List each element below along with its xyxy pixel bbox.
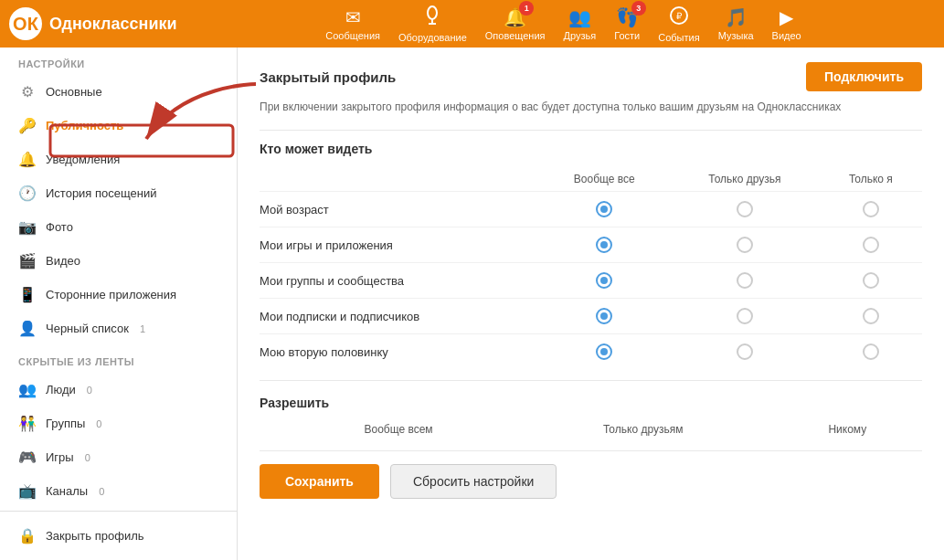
nav-item-video[interactable]: ▶ Видео	[772, 6, 801, 41]
sidebar-groups-label: Группы	[46, 417, 85, 430]
col-header-friends: Только друзья	[670, 167, 820, 192]
radio-circle[interactable]	[596, 343, 612, 360]
sidebar-item-notifications[interactable]: 🔔 Уведомления	[0, 143, 237, 176]
guests-icon: 👣 3	[616, 6, 639, 28]
main-layout: НАСТРОЙКИ ⚙ Основные 🔑 Публичность 🔔 Уве…	[0, 48, 944, 560]
reset-button[interactable]: Сбросить настройки	[390, 464, 557, 499]
radio-cell[interactable]	[539, 334, 670, 370]
radio-circle[interactable]	[596, 201, 612, 217]
col-header-only-me: Только я	[820, 167, 922, 192]
row-label-3: Мои подписки и подписчиков	[260, 299, 539, 334]
table-row: Мою вторую половинку	[260, 334, 922, 370]
sidebar-item-photos[interactable]: 📷 Фото	[0, 210, 237, 244]
video-icon: ▶	[780, 6, 793, 28]
sidebar-item-history[interactable]: 🕐 История посещений	[0, 176, 237, 210]
radio-cell[interactable]	[539, 227, 670, 263]
logo-icon: ОК	[9, 7, 42, 40]
clock-icon: 🕐	[18, 185, 37, 202]
radio-circle[interactable]	[863, 237, 879, 253]
sidebar-item-apps[interactable]: 📱 Сторонние приложения	[0, 278, 237, 312]
sidebar-item-publicity[interactable]: 🔑 Публичность	[0, 109, 237, 143]
apps-icon: 📱	[18, 286, 37, 303]
row-label-1: Мои игры и приложения	[260, 227, 539, 263]
allow-col-everyone: Вообще всем	[283, 417, 513, 441]
radio-cell[interactable]	[820, 227, 922, 263]
radio-circle[interactable]	[737, 201, 753, 217]
sidebar-channels-label: Каналы	[46, 484, 88, 498]
sidebar: НАСТРОЙКИ ⚙ Основные 🔑 Публичность 🔔 Уве…	[0, 48, 238, 560]
lock-icon: 🔒	[18, 527, 37, 544]
sidebar-item-close-profile[interactable]: 🔒 Закрыть профиль	[0, 519, 237, 553]
radio-cell[interactable]	[820, 299, 922, 334]
radio-circle[interactable]	[596, 237, 612, 253]
guests-badge: 3	[631, 1, 646, 16]
nav-item-guests[interactable]: 👣 3 Гости	[614, 6, 640, 41]
friends-icon: 👥	[568, 6, 591, 28]
nav-item-messages[interactable]: ✉ Сообщения	[325, 6, 380, 41]
radio-circle[interactable]	[863, 272, 879, 289]
logo-area: ОК Одноклассники	[9, 7, 192, 40]
music-icon: 🎵	[725, 6, 748, 28]
row-label-4: Мою вторую половинку	[260, 334, 539, 370]
nav-messages-label: Сообщения	[325, 30, 380, 41]
radio-cell[interactable]	[820, 192, 922, 227]
nav-item-friends[interactable]: 👥 Друзья	[564, 6, 597, 41]
games-icon: 🎮	[18, 449, 37, 466]
closed-profile-section: Закрытый профиль Подключить	[260, 62, 922, 91]
sidebar-video-label: Видео	[46, 254, 80, 268]
radio-circle[interactable]	[596, 308, 612, 324]
sidebar-basic-label: Основные	[46, 85, 102, 99]
nav-item-events[interactable]: ₽ События	[658, 5, 699, 43]
sidebar-item-video[interactable]: 🎬 Видео	[0, 244, 237, 278]
save-button[interactable]: Сохранить	[260, 464, 379, 499]
radio-circle[interactable]	[737, 272, 753, 289]
connect-button[interactable]: Подключить	[806, 62, 922, 91]
radio-cell[interactable]	[820, 334, 922, 370]
radio-circle[interactable]	[863, 308, 879, 324]
sidebar-item-games[interactable]: 🎮 Игры 0	[0, 440, 237, 474]
closed-profile-title: Закрытый профиль	[260, 69, 396, 85]
allow-col-friends: Только друзьям	[514, 417, 773, 441]
radio-circle[interactable]	[737, 343, 753, 360]
radio-cell[interactable]	[539, 263, 670, 299]
sidebar-games-label: Игры	[46, 450, 74, 464]
nav-item-equipment[interactable]: Оборудование	[398, 5, 467, 43]
equipment-icon	[422, 5, 442, 30]
radio-cell[interactable]	[670, 263, 820, 299]
section-divider-1	[260, 130, 922, 131]
table-row: Мои игры и приложения	[260, 227, 922, 263]
table-row: Мои подписки и подписчиков	[260, 299, 922, 334]
sidebar-item-people[interactable]: 👥 Люди 0	[0, 373, 237, 407]
radio-cell[interactable]	[539, 192, 670, 227]
sidebar-blacklist-label: Черный список	[46, 322, 129, 335]
allow-table: Вообще всем Только друзьям Никому	[260, 417, 922, 441]
blacklist-badge: 1	[140, 323, 145, 334]
sidebar-item-channels[interactable]: 📺 Каналы 0	[0, 474, 237, 508]
radio-circle[interactable]	[863, 201, 879, 217]
radio-cell[interactable]	[670, 192, 820, 227]
sidebar-item-groups[interactable]: 👫 Группы 0	[0, 407, 237, 440]
radio-cell[interactable]	[820, 263, 922, 299]
radio-cell[interactable]	[670, 334, 820, 370]
people-icon: 👥	[18, 381, 37, 398]
sidebar-item-basic[interactable]: ⚙ Основные	[0, 75, 237, 109]
radio-circle[interactable]	[596, 272, 612, 289]
nav-guests-label: Гости	[614, 30, 640, 41]
row-label-2: Мои группы и сообщества	[260, 263, 539, 299]
nav-item-notifications[interactable]: 🔔 1 Оповещения	[485, 6, 546, 41]
radio-circle[interactable]	[737, 237, 753, 253]
radio-circle[interactable]	[737, 308, 753, 324]
sidebar-item-blacklist[interactable]: 👤 Черный список 1	[0, 312, 237, 345]
radio-circle[interactable]	[863, 343, 879, 360]
radio-cell[interactable]	[670, 299, 820, 334]
hidden-section-title: СКРЫТЫЕ ИЗ ЛЕНТЫ	[0, 345, 237, 373]
radio-cell[interactable]	[539, 299, 670, 334]
sidebar-apps-label: Сторонние приложения	[46, 288, 176, 301]
nav-notifications-label: Оповещения	[485, 30, 546, 41]
section-divider-2	[260, 380, 922, 381]
film-icon: 🎬	[18, 252, 37, 269]
radio-cell[interactable]	[670, 227, 820, 263]
nav-item-music[interactable]: 🎵 Музыка	[718, 6, 754, 41]
people-badge: 0	[87, 385, 92, 396]
allow-col-nobody: Никому	[773, 417, 922, 441]
